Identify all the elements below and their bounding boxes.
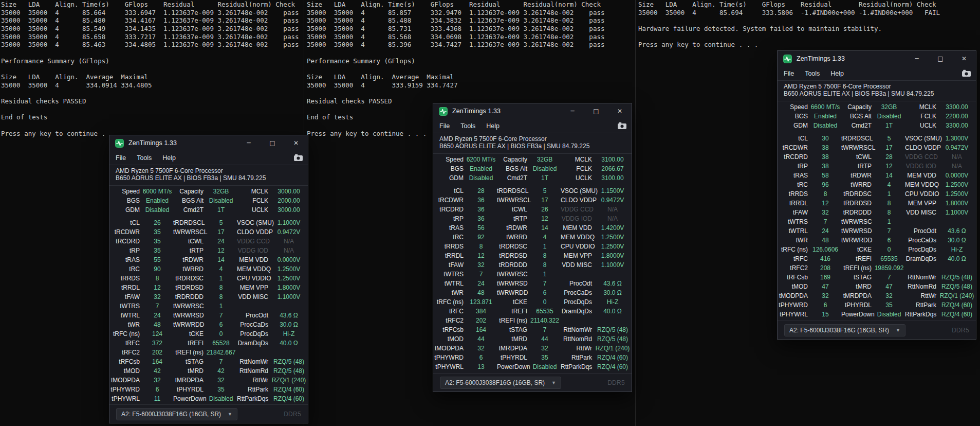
window-titlebar[interactable]: ZenTimings 1.33 ─□✕ xyxy=(433,103,632,119)
menu-items: FileToolsHelp xyxy=(116,154,176,162)
timing-label: tWTRL xyxy=(109,311,141,320)
timing-value: Disabled xyxy=(873,112,905,121)
timing-value: 2200.00 xyxy=(938,112,976,121)
minimize-button[interactable]: ─ xyxy=(237,135,261,151)
menu-tools[interactable]: Tools xyxy=(460,122,475,130)
timing-label xyxy=(905,217,938,226)
timing-value: 11 xyxy=(141,394,173,403)
timing-value: 3300.00 xyxy=(938,121,976,130)
timing-label: tWTRS xyxy=(433,270,465,279)
timing-value: 21842.667 xyxy=(205,348,237,357)
timing-label: tPHYRDL xyxy=(841,300,873,310)
timing-label: FCLK xyxy=(237,196,270,205)
timing-label: tWRWRDD xyxy=(841,236,873,245)
menu-help[interactable]: Help xyxy=(162,154,176,162)
dimm-selector-dropdown[interactable]: A2: F5-6000J3038F16G (16GB, SR) ▼ xyxy=(440,377,561,389)
timing-value: RZQ/4 (60) xyxy=(938,300,976,310)
timing-label: tRFC2 xyxy=(109,348,141,357)
dimm-selector-dropdown[interactable]: A2: F5-6000J3038F16G (16GB, SR) ▼ xyxy=(116,408,237,420)
maximize-button[interactable]: □ xyxy=(584,103,608,119)
timing-label: BGS Alt xyxy=(173,196,205,205)
timing-label: tRFC (ns) xyxy=(778,245,809,254)
timing-label: tRTP xyxy=(497,214,529,223)
timing-value: 44 xyxy=(529,334,561,344)
timing-label: tMRDPDA xyxy=(173,376,205,385)
timing-label: tMOD xyxy=(109,366,141,376)
zentimings-app-icon xyxy=(783,55,792,63)
timing-value: 12 xyxy=(529,214,561,223)
screenshot-camera-button[interactable] xyxy=(293,154,303,162)
timing-value: 90 xyxy=(141,264,173,274)
timing-label: RttWr xyxy=(905,291,938,300)
timing-label: tRCDRD xyxy=(433,205,465,214)
timing-label: VSOC (SMU) xyxy=(905,134,938,143)
close-button[interactable]: ✕ xyxy=(608,103,632,119)
cpu-name: AMD Ryzen 5 7500F 6-Core Processor xyxy=(439,136,625,143)
timing-value: Disabled xyxy=(205,394,237,403)
timing-label: Capacity xyxy=(173,187,205,196)
timing-label: tMRD xyxy=(841,282,873,291)
timing-value: 43.6 Ω xyxy=(938,226,976,236)
timing-value: 3000.00 xyxy=(270,205,308,215)
timing-label: tCKE xyxy=(497,297,529,307)
timing-label: Speed xyxy=(778,102,809,112)
timing-value: 28 xyxy=(873,152,905,162)
menu-file[interactable]: File xyxy=(784,70,794,77)
timing-value: 35 xyxy=(529,353,561,362)
menu-tools[interactable]: Tools xyxy=(137,154,152,162)
timing-label: tRRDL xyxy=(109,283,141,292)
menu-help[interactable]: Help xyxy=(486,122,500,130)
timing-label: BGS xyxy=(778,112,809,121)
timing-value: 1.2500V xyxy=(938,180,976,189)
timing-value: 8 xyxy=(529,251,561,260)
timing-label: tRCDWR xyxy=(778,143,809,152)
timing-value: 4 xyxy=(873,180,905,189)
timing-value: 14 xyxy=(205,255,237,264)
timing-value: 8 xyxy=(205,292,237,301)
timing-value xyxy=(938,263,976,273)
timing-value xyxy=(938,217,976,226)
screenshot-camera-button[interactable] xyxy=(617,122,627,130)
menu-file[interactable]: File xyxy=(439,122,450,130)
screenshot-camera-button[interactable] xyxy=(961,69,971,77)
timing-value: 36 xyxy=(465,214,497,223)
window-titlebar[interactable]: ZenTimings 1.33 ─□✕ xyxy=(109,135,308,151)
timing-label: tWRWRSC xyxy=(173,301,205,311)
timing-value: 208 xyxy=(809,263,841,273)
dimm-selector-dropdown[interactable]: A2: F5-6000J3038F16G (16GB, SR) ▼ xyxy=(784,324,905,336)
maximize-button[interactable]: □ xyxy=(261,135,284,151)
timing-value: 38 xyxy=(809,152,841,162)
timing-label: CLDO VDDP xyxy=(237,227,270,237)
timing-value: Disabled xyxy=(205,196,237,205)
timing-label: tRTP xyxy=(841,162,873,171)
timing-label: RttParkDqs xyxy=(237,394,270,403)
dimm-selector-value: A2: F5-6000J3038F16G (16GB, SR) xyxy=(445,379,545,386)
window-controls: ─□✕ xyxy=(561,103,632,119)
timing-value: 1.3000V xyxy=(938,134,976,143)
close-button[interactable]: ✕ xyxy=(284,135,308,151)
timing-value: RZQ/4 (60) xyxy=(270,385,308,394)
menu-file[interactable]: File xyxy=(116,154,126,162)
timing-label: BGS Alt xyxy=(497,164,529,173)
timing-label: tMRD xyxy=(497,334,529,344)
timing-label: tRFCsb xyxy=(433,325,465,334)
timing-value: 1 xyxy=(205,301,237,311)
timing-value: 6 xyxy=(873,236,905,245)
timing-label: tRFC xyxy=(109,339,141,348)
timing-value: 30.0 Ω xyxy=(270,320,308,329)
timing-value: N/A xyxy=(938,162,976,171)
menu-tools[interactable]: Tools xyxy=(805,70,820,77)
minimize-button[interactable]: ─ xyxy=(905,51,929,66)
timing-value: 43.6 Ω xyxy=(594,279,632,288)
close-button[interactable]: ✕ xyxy=(952,51,976,66)
minimize-button[interactable]: ─ xyxy=(561,103,584,119)
timing-value: 3100.00 xyxy=(594,173,632,183)
cpu-name: AMD Ryzen 5 7500F 6-Core Processor xyxy=(116,168,302,175)
window-titlebar[interactable]: ZenTimings 1.33 ─□✕ xyxy=(778,51,976,66)
timing-value: 35 xyxy=(205,385,237,394)
maximize-button[interactable]: □ xyxy=(929,51,952,66)
timing-value: 32 xyxy=(873,291,905,300)
timing-label: tWRWRSCL xyxy=(173,227,205,237)
menu-help[interactable]: Help xyxy=(830,70,844,77)
timing-label: ProcDqDs xyxy=(237,329,270,339)
